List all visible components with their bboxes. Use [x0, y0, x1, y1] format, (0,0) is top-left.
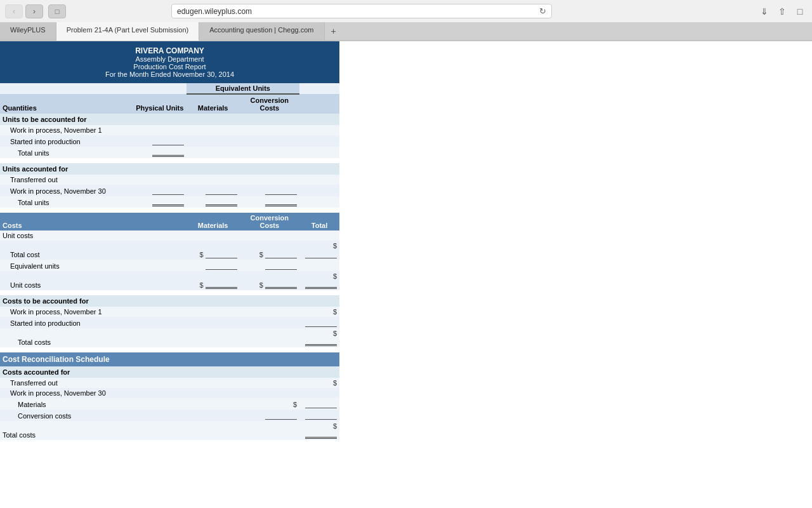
company-name: RIVERA COMPANY [3, 46, 337, 55]
total-costs-final-row: Total costs $ [0, 421, 339, 440]
materials-label: Materials [0, 398, 133, 410]
equiv-header-row: Equivalent Units [0, 83, 339, 94]
total-cost-row: Total cost $ $ $ [0, 241, 339, 260]
tab-problem[interactable]: Problem 21-4A (Part Level Submission) [56, 22, 200, 41]
wip-nov30-cost-row: Work in process, November 30 [0, 388, 339, 398]
tab-wileyplus[interactable]: WileyPLUS [0, 22, 56, 40]
address-bar[interactable]: edugen.wileyplus.com ↻ [171, 4, 552, 18]
share-icon[interactable]: ⇧ [775, 4, 789, 18]
wip-nov30-physical-input[interactable] [152, 186, 184, 195]
wip-nov30-materials-input[interactable] [206, 186, 237, 195]
wip-nov30-conversion-input[interactable] [265, 186, 297, 195]
total-units-acc-physical-input[interactable] [152, 197, 184, 206]
wip-nov1-label: Work in process, November 1 [0, 125, 133, 135]
conversion-cost-header: Conversion Costs [240, 213, 299, 231]
total-costs-input[interactable] [305, 337, 337, 346]
total-units-acc-conversion-input[interactable] [265, 197, 297, 206]
forward-button[interactable]: › [25, 4, 43, 18]
total-costs-label: Total costs [0, 328, 133, 347]
total-cost-materials-cell: $ [187, 241, 240, 260]
materials-cost-cell: $ [240, 398, 299, 410]
total-cost-label: Total cost [0, 241, 133, 260]
equiv-units-header: Equivalent Units [187, 83, 299, 94]
unit-cost-conversion-input[interactable] [265, 280, 297, 289]
materials-total-cell [299, 398, 339, 410]
section2-header: Units accounted for [0, 163, 339, 175]
total-costs-final-cell: $ [299, 421, 339, 440]
equiv-units-materials-input[interactable] [206, 261, 237, 270]
total-cost-conversion-input[interactable] [265, 250, 297, 258]
unit-cost-materials-input[interactable] [206, 280, 237, 289]
started-cost-total-cell [299, 317, 339, 328]
report-period: For the Month Ended November 30, 2014 [3, 70, 337, 78]
total-units-physical-cell [133, 147, 187, 158]
total-units-acc-physical-cell [133, 196, 187, 208]
wip-nov1-cost-row: Work in process, November 1 $ [0, 307, 339, 317]
costs-header-row: Costs Materials Conversion Costs Total [0, 213, 339, 231]
dept-name: Assembly Department [3, 55, 337, 63]
conversion-cost-input[interactable] [265, 411, 297, 420]
total-units-label: Total units [0, 147, 133, 158]
total-units-acc-materials-input[interactable] [206, 197, 237, 206]
started-label: Started into production [0, 135, 133, 147]
total-cost-header: Total [299, 213, 339, 231]
started-production-row: Started into production [0, 135, 339, 147]
unit-cost-row: Unit costs $ $ $ [0, 271, 339, 290]
unit-costs-label: Unit costs [0, 231, 133, 241]
total-units-acc-conversion-cell [240, 196, 299, 208]
total-units-row: Total units [0, 147, 339, 158]
back-button[interactable]: ‹ [5, 4, 23, 18]
transferred-out-row: Transferred out [0, 175, 339, 185]
transferred-out-cost-row: Transferred out $ [0, 378, 339, 388]
unit-cost-conversion-cell: $ [240, 271, 299, 290]
wip-nov30-physical-cell [133, 185, 187, 196]
report-title: Production Cost Report [3, 63, 337, 70]
units-accounted-header-row: Units accounted for [0, 163, 339, 175]
refresh-button[interactable]: ↻ [539, 6, 546, 16]
unit-cost-label: Unit costs [0, 271, 133, 290]
total-cost-materials-input[interactable] [206, 250, 237, 258]
equiv-units-conversion-input[interactable] [265, 261, 297, 270]
reader-button[interactable]: □ [48, 4, 66, 18]
costs-accounted-label: Costs accounted for [0, 366, 339, 378]
costs-to-account-header: Costs to be accounted for [0, 295, 339, 307]
new-tab-button[interactable]: + [325, 22, 343, 40]
section1-header: Units to be accounted for [0, 114, 339, 125]
sidebar-icon[interactable]: □ [793, 4, 807, 18]
wip-nov1-row: Work in process, November 1 [0, 125, 339, 135]
cost-recon-header-row: Cost Reconciliation Schedule [0, 352, 339, 366]
units-to-account-header-row: Units to be accounted for [0, 114, 339, 125]
total-units-acc-materials-cell [187, 196, 240, 208]
total-cost-total-input[interactable] [305, 250, 337, 258]
wip-nov1-physical-cell [133, 125, 187, 135]
materials-total-input[interactable] [305, 399, 337, 408]
unit-cost-total-input[interactable] [305, 280, 337, 289]
report-table: Equivalent Units Quantities Physical Uni… [0, 83, 339, 440]
conversion-total-input[interactable] [305, 411, 337, 420]
conversion-costs-label: Conversion costs [0, 410, 133, 421]
total-units-accounted-label: Total units [0, 196, 133, 208]
conversion-cost-cell [240, 410, 299, 421]
total-costs-total-cell: $ [299, 328, 339, 347]
tab-chegg[interactable]: Accounting question | Chegg.com [199, 22, 324, 40]
started-cost-label: Started into production [0, 317, 133, 328]
total-units-physical-input[interactable] [152, 148, 184, 157]
unit-costs-label-row: Unit costs [0, 231, 339, 241]
transferred-out-cost-cell: $ [299, 378, 339, 388]
started-physical-input[interactable] [152, 137, 184, 145]
materials-cost-header: Materials [187, 213, 240, 231]
download-icon[interactable]: ⇓ [757, 4, 771, 18]
wip-nov30-cost-label: Work in process, November 30 [0, 388, 133, 398]
started-cost-input[interactable] [305, 318, 337, 327]
costs-header: Costs [0, 213, 133, 231]
total-costs-final-input[interactable] [305, 430, 337, 439]
wip-nov30-label: Work in process, November 30 [0, 185, 133, 196]
unit-cost-materials-cell: $ [187, 271, 240, 290]
costs-to-account-header-row: Costs to be accounted for [0, 295, 339, 307]
total-cost-conversion-cell: $ [240, 241, 299, 260]
equiv-units-conversion-cell [240, 260, 299, 271]
materials-cost-row: Materials $ [0, 398, 339, 410]
equiv-units-materials-cell [187, 260, 240, 271]
wip-nov1-cost-label: Work in process, November 1 [0, 307, 133, 317]
quantities-header: Quantities [0, 94, 133, 114]
